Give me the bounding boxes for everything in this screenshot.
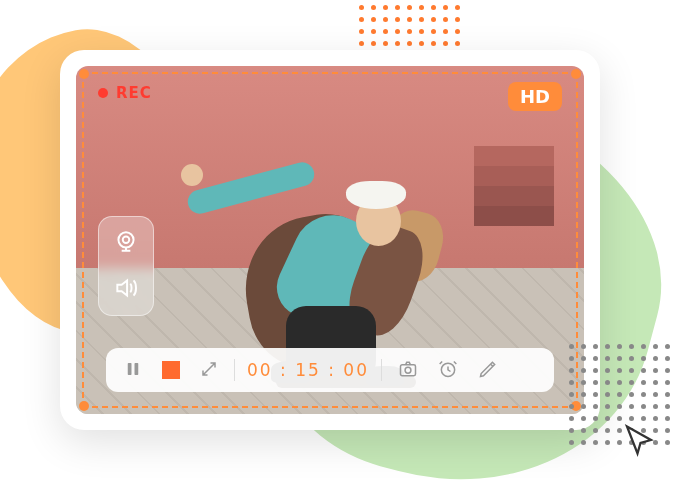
svg-point-5 bbox=[405, 367, 411, 373]
svg-rect-4 bbox=[400, 364, 415, 375]
webcam-icon bbox=[113, 229, 139, 258]
recorder-window: REC HD bbox=[60, 50, 600, 430]
recording-label: REC bbox=[116, 84, 152, 102]
webcam-toggle-button[interactable] bbox=[110, 227, 142, 259]
source-panel bbox=[98, 216, 154, 316]
resize-button[interactable] bbox=[196, 356, 222, 385]
resize-icon bbox=[200, 360, 218, 381]
svg-point-1 bbox=[123, 236, 130, 243]
svg-point-0 bbox=[118, 232, 133, 247]
recording-viewport: REC HD bbox=[76, 66, 584, 414]
screenshot-button[interactable] bbox=[394, 355, 422, 386]
recording-timer: 00 : 15 : 00 bbox=[247, 360, 369, 380]
svg-rect-3 bbox=[135, 363, 139, 375]
pencil-icon bbox=[478, 359, 498, 382]
stop-button[interactable] bbox=[158, 357, 184, 383]
recorder-toolbar: 00 : 15 : 00 bbox=[106, 348, 554, 392]
pause-icon bbox=[124, 360, 142, 381]
recording-indicator: REC bbox=[98, 84, 152, 102]
stop-icon bbox=[162, 361, 180, 379]
camera-icon bbox=[398, 359, 418, 382]
pause-button[interactable] bbox=[120, 356, 146, 385]
toolbar-separator bbox=[234, 359, 235, 381]
annotate-button[interactable] bbox=[474, 355, 502, 386]
audio-toggle-button[interactable] bbox=[110, 273, 142, 305]
toolbar-separator bbox=[381, 359, 382, 381]
schedule-button[interactable] bbox=[434, 355, 462, 386]
quality-badge[interactable]: HD bbox=[508, 82, 562, 111]
record-dot-icon bbox=[98, 88, 108, 98]
speaker-icon bbox=[113, 275, 139, 304]
alarm-clock-icon bbox=[438, 359, 458, 382]
svg-rect-2 bbox=[128, 363, 132, 375]
decorative-dots-top bbox=[359, 5, 467, 53]
cursor-pointer-icon bbox=[621, 422, 657, 462]
